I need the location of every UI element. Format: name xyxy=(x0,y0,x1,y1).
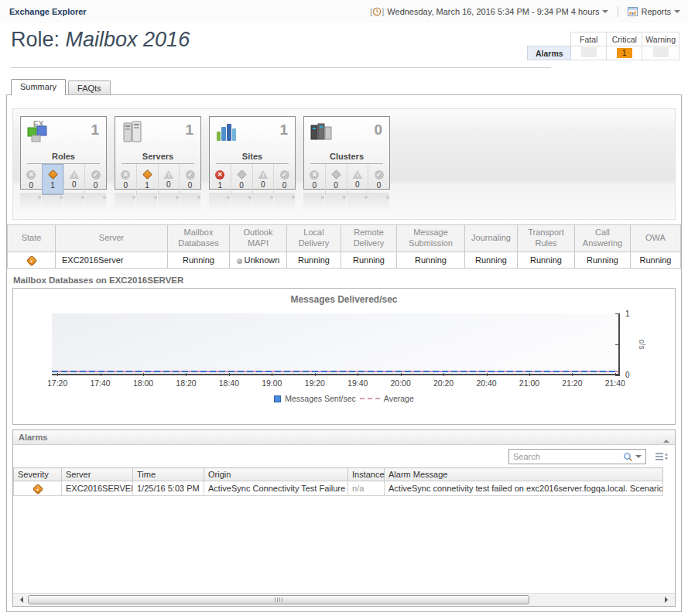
state-cell: • xyxy=(8,252,56,269)
col-mailbox-databases: Mailbox Databases xyxy=(168,225,230,252)
tiles-strip: EX 1 Roles ✕0 1 !0 ✓0 1 Servers xyxy=(12,108,676,220)
alarms-toolbar xyxy=(13,445,675,467)
horizontal-scrollbar[interactable] xyxy=(13,593,675,606)
x-tick-label: 21:40 xyxy=(605,378,625,388)
search-options-chevron-icon[interactable] xyxy=(635,455,642,461)
clock-icon: [] xyxy=(370,7,384,16)
chevron-down-icon xyxy=(674,10,680,16)
tile-count: 1 xyxy=(279,121,288,139)
collapse-panel-icon[interactable] xyxy=(663,436,669,443)
critical-severity-icon: • xyxy=(32,484,43,495)
scroll-left-arrow[interactable] xyxy=(13,594,26,606)
status-cell-normal[interactable]: ✓0 xyxy=(84,164,106,195)
title-role-name: Mailbox 2016 xyxy=(66,28,190,51)
search-box[interactable] xyxy=(508,449,646,464)
messages-sent-swatch xyxy=(274,395,281,402)
owa-cell: Running xyxy=(631,252,681,269)
tile-sites[interactable]: 1 Sites ✕1 0 !0 ✓0 xyxy=(209,116,296,190)
remote-delivery-cell: Running xyxy=(341,252,397,269)
status-count: 0 xyxy=(334,181,338,190)
server-table-row[interactable]: • EXC2016Server Running Unknown Running … xyxy=(8,252,681,269)
title-rule xyxy=(11,67,551,68)
tile-name: Clusters xyxy=(310,152,383,164)
alarm-origin-cell: ActiveSync Connectivity Test Failure xyxy=(204,481,348,496)
status-cell-normal[interactable]: ✓0 xyxy=(179,164,200,195)
status-cell-warning[interactable]: !0 xyxy=(347,164,368,195)
status-cell-warning[interactable]: !0 xyxy=(252,164,274,195)
alarm-summary-critical-cell[interactable]: 1 xyxy=(607,46,642,60)
status-cell-fatal[interactable]: ✕0 xyxy=(115,164,136,195)
average-line xyxy=(52,371,618,372)
warning-icon: ! xyxy=(352,170,362,179)
alarm-message-cell: ActiveSync connetivity test failed on ex… xyxy=(385,481,663,496)
y-axis-unit: c/s xyxy=(638,340,646,350)
search-input[interactable] xyxy=(509,452,623,461)
status-cell-critical[interactable]: 0 xyxy=(325,164,347,195)
status-cell-warning[interactable]: !0 xyxy=(63,164,85,195)
col-server: Server xyxy=(56,225,168,252)
status-cell-fatal[interactable]: ✕1 xyxy=(210,164,231,195)
status-count: 0 xyxy=(239,181,244,190)
status-cell-fatal[interactable]: ✕0 xyxy=(21,164,42,195)
alarms-table: Severity Server Time Origin Instance Ala… xyxy=(13,467,663,496)
outlook-mapi-cell: Unknown xyxy=(230,252,287,269)
status-count: 0 xyxy=(313,181,317,190)
x-tick-label: 18:40 xyxy=(219,378,239,388)
x-tick-label: 19:40 xyxy=(347,378,368,388)
status-cell-critical[interactable]: 0 xyxy=(231,164,252,195)
alarm-row[interactable]: • EXC2016SERVER 1/25/16 5:03 PM ActiveSy… xyxy=(14,481,663,496)
status-cell-critical[interactable]: 1 xyxy=(42,164,63,195)
fatal-icon: ✕ xyxy=(121,170,130,180)
customize-list-icon[interactable] xyxy=(655,452,669,463)
alarm-summary-table: Fatal Critical Warning Alarms 1 xyxy=(527,32,679,60)
tile-count: 1 xyxy=(185,121,193,139)
status-cell-critical[interactable]: 1 xyxy=(136,164,158,195)
title-prefix: Role: xyxy=(11,28,66,51)
critical-count-badge: 1 xyxy=(617,48,632,58)
unknown-status-icon xyxy=(237,258,242,264)
server-name-cell[interactable]: EXC2016Server xyxy=(56,252,168,269)
critical-icon xyxy=(331,169,341,180)
time-range-selector[interactable]: [] Wednesday, March 16, 2016 5:34 PM - 9… xyxy=(370,7,608,16)
servers-icon xyxy=(119,119,145,145)
server-table-header-row: State Server Mailbox Databases Outlook M… xyxy=(8,225,681,252)
search-icon[interactable] xyxy=(623,452,633,462)
col-severity: Severity xyxy=(14,468,62,481)
reports-menu[interactable]: Reports xyxy=(628,7,680,16)
scrollbar-thumb[interactable] xyxy=(28,595,529,604)
alarm-summary-fatal-cell[interactable] xyxy=(571,46,607,60)
tile-name: Sites xyxy=(216,152,289,164)
average-dash-swatch xyxy=(360,398,380,399)
alarms-panel-title: Alarms xyxy=(13,430,675,445)
fatal-icon: ✕ xyxy=(310,170,319,180)
clusters-icon xyxy=(308,119,334,145)
y-min-label: 0 xyxy=(625,371,630,379)
sites-icon xyxy=(214,119,240,145)
status-cell-warning[interactable]: !0 xyxy=(158,164,180,195)
status-count: 1 xyxy=(218,181,223,190)
status-count: 0 xyxy=(282,181,287,190)
report-icon xyxy=(628,7,638,16)
warning-icon: ! xyxy=(163,170,173,179)
tile-clusters[interactable]: 0 Clusters ✕0 0 !0 ✓0 xyxy=(303,116,390,190)
tile-roles[interactable]: EX 1 Roles ✕0 1 !0 ✓0 xyxy=(20,116,107,190)
alarm-summary-warning-cell[interactable] xyxy=(642,46,679,60)
status-cell-normal[interactable]: ✓0 xyxy=(368,164,389,195)
col-alarm-message: Alarm Message xyxy=(385,468,663,481)
critical-state-icon: • xyxy=(26,255,36,266)
status-count: 0 xyxy=(261,180,265,189)
x-tick-label: 21:20 xyxy=(562,378,582,388)
status-cell-fatal[interactable]: ✕0 xyxy=(304,164,325,195)
fatal-icon: ✕ xyxy=(26,170,36,180)
x-tick-labels: 17:2017:4018:0018:2018:4019:0019:2019:40… xyxy=(47,378,625,388)
status-count: 0 xyxy=(355,180,360,189)
chevron-down-icon xyxy=(602,10,608,16)
breadcrumb[interactable]: Exchange Explorer xyxy=(9,7,87,16)
alarm-instance-cell: n/a xyxy=(348,481,385,496)
scroll-right-arrow[interactable] xyxy=(662,594,675,606)
x-tick-label: 20:20 xyxy=(433,378,454,388)
status-cell-normal[interactable]: ✓0 xyxy=(273,164,295,195)
tab-faqts[interactable]: FAQts xyxy=(68,80,111,94)
tile-servers[interactable]: 1 Servers ✕0 1 !0 ✓0 xyxy=(115,116,201,190)
tab-summary[interactable]: Summary xyxy=(11,79,66,95)
